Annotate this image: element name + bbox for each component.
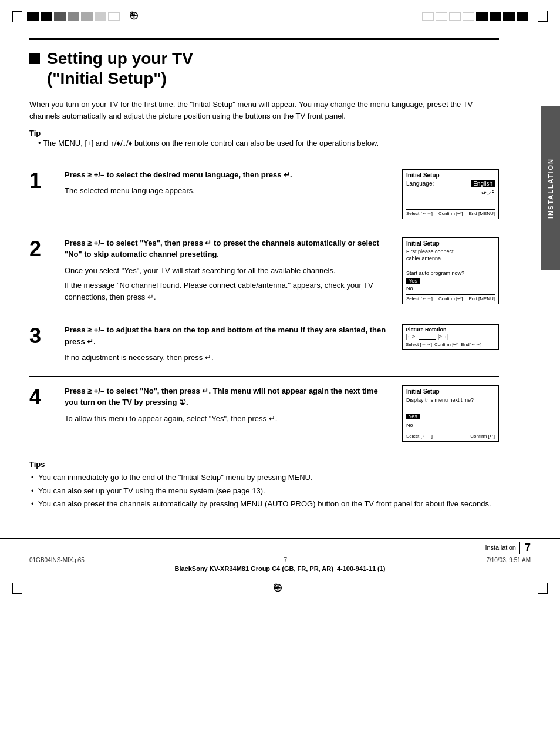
page-title: Setting up your TV("Initial Setup") bbox=[47, 49, 193, 88]
right-reg-white2 bbox=[436, 12, 447, 21]
reg-block-gray1 bbox=[54, 12, 66, 21]
top-registration-marks: ⊕ bbox=[0, 0, 560, 32]
step-4-footer-select: Select [←→] bbox=[406, 434, 433, 439]
step-2-content: Press ≥ +/– to select "Yes", then press … bbox=[65, 237, 396, 307]
tips-label: Tips bbox=[29, 460, 499, 469]
bottom-right-corner-mark bbox=[538, 583, 548, 594]
step-3-bar-row: |←≥| |≥→| bbox=[406, 334, 495, 340]
step-2-screen-content: First please connect cable/ antenna Star… bbox=[406, 248, 495, 293]
step-4-number: 4 bbox=[29, 385, 59, 408]
intro-text: When you turn on your TV for the first t… bbox=[29, 99, 499, 122]
reg-block-black bbox=[27, 12, 39, 21]
step-4-yes-item: Yes bbox=[406, 414, 420, 419]
step-1-language-label: Language: bbox=[406, 180, 434, 187]
installation-tab: INSTALLATION bbox=[541, 106, 560, 270]
title-block: Setting up your TV("Initial Setup") bbox=[29, 49, 499, 88]
step-3-footer-confirm: Confirm [↵] bbox=[434, 342, 459, 347]
step-1-language-value: English bbox=[471, 180, 495, 187]
step-4-screen-title: Initial Setup bbox=[406, 388, 495, 395]
step-1-language-item: Language: English bbox=[406, 180, 495, 187]
right-reg-dark2 bbox=[490, 12, 501, 21]
right-reg-dark3 bbox=[503, 12, 515, 21]
step-1-footer-confirm: Confirm [↵] bbox=[438, 211, 463, 216]
step-2-sub-text-1: Once you select "Yes", your TV will star… bbox=[65, 265, 390, 277]
tip-label: Tip bbox=[29, 129, 499, 137]
step-1-arabic-text: عربي bbox=[481, 188, 495, 194]
reg-block-gray3 bbox=[81, 12, 93, 21]
step-2-number: 2 bbox=[29, 237, 59, 260]
bottom-tip-3: You can also preset the channels automat… bbox=[29, 498, 499, 510]
step-3-number: 3 bbox=[29, 324, 59, 347]
step-2-sub-text-2: If the message "No channel found. Please… bbox=[65, 280, 390, 303]
step-2-footer: Select [←→] Confirm [↵] End [MENU] bbox=[406, 294, 495, 301]
step-1-footer-end: End [MENU] bbox=[469, 211, 495, 216]
step-2-screen-title: Initial Setup bbox=[406, 240, 495, 247]
tip-section: Tip • The MENU, [+] and ↑/♦/↓/♦ buttons … bbox=[29, 129, 499, 149]
step-2-tv-screen: Initial Setup First please connect cable… bbox=[402, 237, 499, 305]
right-reg-dark4 bbox=[517, 12, 528, 21]
right-reg-dark1 bbox=[476, 12, 488, 21]
step-3-main-text: Press ≥ +/– to adjust the bars on the to… bbox=[65, 324, 390, 347]
page-footer: Installation 7 bbox=[0, 538, 560, 557]
step-4-footer: Select [←→] Confirm [↵] bbox=[406, 432, 495, 439]
step-3-footer: Select [←→] Confirm [↵] End[←→] bbox=[406, 341, 495, 347]
step-3-screen-title: Picture Rotation bbox=[406, 327, 495, 332]
step-3-screenshot: Picture Rotation |←≥| |≥→| Select [←→] C… bbox=[402, 324, 499, 350]
step-1: 1 Press ≥ +/– to select the desired menu… bbox=[29, 160, 499, 228]
step-4-main-text: Press ≥ +/– to select "No", then press ↵… bbox=[65, 385, 390, 408]
tip-text: • The MENU, [+] and ↑/♦/↓/♦ buttons on t… bbox=[29, 137, 499, 149]
step-2-no-item: No bbox=[406, 285, 413, 291]
step-2-footer-end: End [MENU] bbox=[469, 296, 495, 301]
file-name: 01GB04INS-MIX.p65 bbox=[29, 557, 85, 563]
main-content: Setting up your TV("Initial Setup") When… bbox=[0, 32, 528, 532]
step-3: 3 Press ≥ +/– to adjust the bars on the … bbox=[29, 315, 499, 377]
step-2: 2 Press ≥ +/– to select "Yes", then pres… bbox=[29, 228, 499, 316]
top-right-corner-mark bbox=[538, 11, 548, 22]
title-square-icon bbox=[29, 53, 40, 64]
right-reg-bar bbox=[422, 12, 528, 21]
reg-block-black2 bbox=[41, 12, 52, 21]
step-4-screen-content: Display this menu next time? Yes No bbox=[406, 396, 495, 430]
bottom-file-info: 01GB04INS-MIX.p65 7 7/10/03, 9:51 AM bbox=[0, 557, 560, 563]
step-4-content: Press ≥ +/– to select "No", then press ↵… bbox=[65, 385, 396, 428]
top-left-corner-mark bbox=[12, 11, 22, 22]
step-3-sub-text: If no adjustment is necessary, then pres… bbox=[65, 352, 390, 364]
step-4-screenshot: Initial Setup Display this menu next tim… bbox=[402, 385, 499, 442]
step-1-sub-text: The selected menu language appears. bbox=[65, 185, 390, 197]
step-1-screen-title: Initial Setup bbox=[406, 172, 495, 179]
reg-block-gray2 bbox=[68, 12, 79, 21]
footer-page-number: 7 bbox=[519, 542, 531, 554]
file-page: 7 bbox=[284, 557, 287, 563]
step-3-footer-end: End[←→] bbox=[461, 342, 482, 347]
step-3-footer-select: Select [←→] bbox=[406, 342, 432, 347]
step-1-arabic-item: عربي bbox=[406, 187, 495, 195]
bottom-tips-section: Tips You can immediately go to the end o… bbox=[29, 451, 499, 520]
steps-container: 1 Press ≥ +/– to select the desired menu… bbox=[29, 160, 499, 452]
reg-block-gray4 bbox=[95, 12, 106, 21]
step-2-yes-item: Yes bbox=[406, 278, 420, 284]
step-2-main-text: Press ≥ +/– to select "Yes", then press … bbox=[65, 237, 390, 260]
step-4: 4 Press ≥ +/– to select "No", then press… bbox=[29, 377, 499, 452]
step-2-screenshot: Initial Setup First please connect cable… bbox=[402, 237, 499, 305]
step-3-content: Press ≥ +/– to adjust the bars on the to… bbox=[65, 324, 396, 367]
file-date: 7/10/03, 9:51 AM bbox=[486, 557, 531, 563]
model-info-text: BlackSony KV-XR34M81 Group C4 (GB, FR, P… bbox=[174, 565, 385, 572]
step-1-footer-select: Select [←→] bbox=[406, 211, 433, 216]
step-4-footer-confirm: Confirm [↵] bbox=[470, 434, 495, 439]
step-2-footer-select: Select [←→] bbox=[406, 296, 433, 301]
step-1-footer: Select [←→] Confirm [↵] End [MENU] bbox=[406, 209, 495, 216]
step-1-main-text: Press ≥ +/– to select the desired menu l… bbox=[65, 169, 390, 181]
right-reg-white1 bbox=[422, 12, 434, 21]
step-1-tv-screen: Initial Setup Language: English عربي Sel… bbox=[402, 169, 499, 219]
bottom-tip-2: You can also set up your TV using the me… bbox=[29, 485, 499, 497]
step-3-bar-visual bbox=[419, 334, 436, 340]
right-reg-white4 bbox=[463, 12, 474, 21]
step-1-number: 1 bbox=[29, 169, 59, 191]
step-1-screenshot: Initial Setup Language: English عربي Sel… bbox=[402, 169, 499, 219]
step-4-tv-screen: Initial Setup Display this menu next tim… bbox=[402, 385, 499, 442]
step-4-sub-text: To allow this menu to appear again, sele… bbox=[65, 413, 390, 425]
step-2-footer-confirm: Confirm [↵] bbox=[438, 296, 463, 301]
model-info-line: BlackSony KV-XR34M81 Group C4 (GB, FR, P… bbox=[0, 563, 560, 574]
footer-page-info: Installation 7 bbox=[485, 542, 531, 554]
reg-block-white bbox=[108, 12, 120, 21]
